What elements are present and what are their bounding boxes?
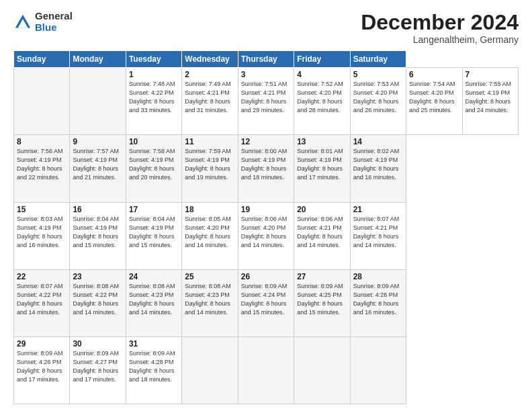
calendar-table: Sunday Monday Tuesday Wednesday Thursday… <box>13 50 519 404</box>
day-info: Sunrise: 8:08 AM Sunset: 4:23 PM Dayligh… <box>185 282 234 317</box>
table-row: 5 Sunrise: 7:53 AM Sunset: 4:20 PM Dayli… <box>350 68 406 135</box>
table-row: 6 Sunrise: 7:54 AM Sunset: 4:20 PM Dayli… <box>406 68 462 135</box>
page: General Blue December 2024 Langenaltheim… <box>0 0 532 411</box>
day-number: 31 <box>129 339 179 349</box>
table-row: 28 Sunrise: 8:09 AM Sunset: 4:26 PM Dayl… <box>350 269 406 336</box>
day-number: 13 <box>297 137 347 146</box>
calendar-week-3: 22 Sunrise: 8:07 AM Sunset: 4:22 PM Dayl… <box>14 269 519 336</box>
day-info: Sunrise: 8:08 AM Sunset: 4:23 PM Dayligh… <box>129 282 179 317</box>
day-number: 1 <box>129 70 179 79</box>
col-thursday: Thursday <box>238 51 294 68</box>
table-row: 18 Sunrise: 8:05 AM Sunset: 4:20 PM Dayl… <box>182 202 238 269</box>
logo: General Blue <box>13 11 73 33</box>
day-number: 10 <box>129 137 179 146</box>
day-number: 20 <box>297 205 347 214</box>
calendar-week-0: 1 Sunrise: 7:48 AM Sunset: 4:22 PM Dayli… <box>14 68 519 135</box>
day-info: Sunrise: 8:07 AM Sunset: 4:22 PM Dayligh… <box>17 282 66 317</box>
logo-general-text: General <box>35 11 73 22</box>
day-number: 19 <box>241 205 291 214</box>
calendar-week-4: 29 Sunrise: 8:09 AM Sunset: 4:26 PM Dayl… <box>14 336 519 404</box>
day-number: 12 <box>241 137 291 146</box>
day-info: Sunrise: 8:06 AM Sunset: 4:20 PM Dayligh… <box>241 215 291 250</box>
day-number: 21 <box>353 205 403 214</box>
day-info: Sunrise: 8:09 AM Sunset: 4:27 PM Dayligh… <box>73 349 122 384</box>
col-saturday: Saturday <box>350 51 406 68</box>
day-info: Sunrise: 7:48 AM Sunset: 4:22 PM Dayligh… <box>129 80 179 115</box>
day-number: 2 <box>185 70 234 79</box>
title-section: December 2024 Langenaltheim, Germany <box>361 11 519 45</box>
header-row: Sunday Monday Tuesday Wednesday Thursday… <box>14 51 519 68</box>
table-row: 26 Sunrise: 8:09 AM Sunset: 4:24 PM Dayl… <box>238 269 294 336</box>
day-info: Sunrise: 7:52 AM Sunset: 4:20 PM Dayligh… <box>297 80 347 115</box>
table-row <box>182 336 238 404</box>
table-row: 14 Sunrise: 8:02 AM Sunset: 4:19 PM Dayl… <box>350 135 406 202</box>
table-row <box>238 336 294 404</box>
day-info: Sunrise: 7:59 AM Sunset: 4:19 PM Dayligh… <box>185 147 234 182</box>
day-number: 7 <box>466 70 516 79</box>
day-info: Sunrise: 8:04 AM Sunset: 4:19 PM Dayligh… <box>129 215 179 250</box>
day-info: Sunrise: 8:03 AM Sunset: 4:19 PM Dayligh… <box>17 215 66 250</box>
day-info: Sunrise: 7:57 AM Sunset: 4:19 PM Dayligh… <box>73 147 122 182</box>
day-number: 24 <box>129 272 179 281</box>
table-row: 30 Sunrise: 8:09 AM Sunset: 4:27 PM Dayl… <box>70 336 126 404</box>
day-number: 28 <box>353 272 403 281</box>
day-info: Sunrise: 8:01 AM Sunset: 4:19 PM Dayligh… <box>297 147 347 182</box>
day-number: 23 <box>73 272 122 281</box>
table-row: 4 Sunrise: 7:52 AM Sunset: 4:20 PM Dayli… <box>294 68 350 135</box>
day-number: 22 <box>17 272 66 281</box>
day-info: Sunrise: 7:55 AM Sunset: 4:19 PM Dayligh… <box>466 80 516 115</box>
table-row: 22 Sunrise: 8:07 AM Sunset: 4:22 PM Dayl… <box>14 269 70 336</box>
day-info: Sunrise: 7:51 AM Sunset: 4:21 PM Dayligh… <box>241 80 291 115</box>
day-info: Sunrise: 8:09 AM Sunset: 4:25 PM Dayligh… <box>297 282 347 317</box>
day-info: Sunrise: 8:09 AM Sunset: 4:28 PM Dayligh… <box>129 349 179 384</box>
day-info: Sunrise: 7:54 AM Sunset: 4:20 PM Dayligh… <box>409 80 459 115</box>
table-row <box>294 336 350 404</box>
col-wednesday: Wednesday <box>182 51 238 68</box>
table-row <box>350 336 406 404</box>
calendar-week-1: 8 Sunrise: 7:56 AM Sunset: 4:19 PM Dayli… <box>14 135 519 202</box>
table-row: 12 Sunrise: 8:00 AM Sunset: 4:19 PM Dayl… <box>238 135 294 202</box>
table-row: 27 Sunrise: 8:09 AM Sunset: 4:25 PM Dayl… <box>294 269 350 336</box>
table-row: 13 Sunrise: 8:01 AM Sunset: 4:19 PM Dayl… <box>294 135 350 202</box>
day-info: Sunrise: 8:07 AM Sunset: 4:21 PM Dayligh… <box>353 215 403 250</box>
day-number: 29 <box>17 339 66 349</box>
day-info: Sunrise: 8:09 AM Sunset: 4:26 PM Dayligh… <box>353 282 403 317</box>
table-row: 8 Sunrise: 7:56 AM Sunset: 4:19 PM Dayli… <box>14 135 70 202</box>
table-row <box>70 68 126 135</box>
table-row: 19 Sunrise: 8:06 AM Sunset: 4:20 PM Dayl… <box>238 202 294 269</box>
day-info: Sunrise: 8:02 AM Sunset: 4:19 PM Dayligh… <box>353 147 403 182</box>
day-number: 6 <box>409 70 459 79</box>
table-row: 10 Sunrise: 7:58 AM Sunset: 4:19 PM Dayl… <box>126 135 181 202</box>
table-row: 16 Sunrise: 8:04 AM Sunset: 4:19 PM Dayl… <box>70 202 126 269</box>
table-row: 1 Sunrise: 7:48 AM Sunset: 4:22 PM Dayli… <box>126 68 181 135</box>
logo-text: General Blue <box>35 11 73 33</box>
day-info: Sunrise: 7:56 AM Sunset: 4:19 PM Dayligh… <box>17 147 66 182</box>
table-row: 17 Sunrise: 8:04 AM Sunset: 4:19 PM Dayl… <box>126 202 181 269</box>
logo-blue-text: Blue <box>35 22 73 34</box>
day-number: 9 <box>73 137 122 146</box>
col-tuesday: Tuesday <box>126 51 181 68</box>
col-friday: Friday <box>294 51 350 68</box>
table-row: 29 Sunrise: 8:09 AM Sunset: 4:26 PM Dayl… <box>14 336 70 404</box>
day-number: 4 <box>297 70 347 79</box>
calendar-week-2: 15 Sunrise: 8:03 AM Sunset: 4:19 PM Dayl… <box>14 202 519 269</box>
day-number: 25 <box>185 272 234 281</box>
day-info: Sunrise: 8:08 AM Sunset: 4:22 PM Dayligh… <box>73 282 122 317</box>
table-row <box>14 68 70 135</box>
table-row: 15 Sunrise: 8:03 AM Sunset: 4:19 PM Dayl… <box>14 202 70 269</box>
day-info: Sunrise: 7:58 AM Sunset: 4:19 PM Dayligh… <box>129 147 179 182</box>
day-info: Sunrise: 8:00 AM Sunset: 4:19 PM Dayligh… <box>241 147 291 182</box>
day-number: 8 <box>17 137 66 146</box>
day-number: 15 <box>17 205 66 214</box>
day-number: 14 <box>353 137 403 146</box>
day-number: 27 <box>297 272 347 281</box>
table-row: 11 Sunrise: 7:59 AM Sunset: 4:19 PM Dayl… <box>182 135 238 202</box>
day-info: Sunrise: 7:49 AM Sunset: 4:21 PM Dayligh… <box>185 80 234 115</box>
location: Langenaltheim, Germany <box>361 34 519 45</box>
day-number: 30 <box>73 339 122 349</box>
month-title: December 2024 <box>361 11 519 34</box>
table-row: 21 Sunrise: 8:07 AM Sunset: 4:21 PM Dayl… <box>350 202 406 269</box>
table-row: 9 Sunrise: 7:57 AM Sunset: 4:19 PM Dayli… <box>70 135 126 202</box>
header: General Blue December 2024 Langenaltheim… <box>13 11 519 45</box>
table-row: 20 Sunrise: 8:06 AM Sunset: 4:21 PM Dayl… <box>294 202 350 269</box>
